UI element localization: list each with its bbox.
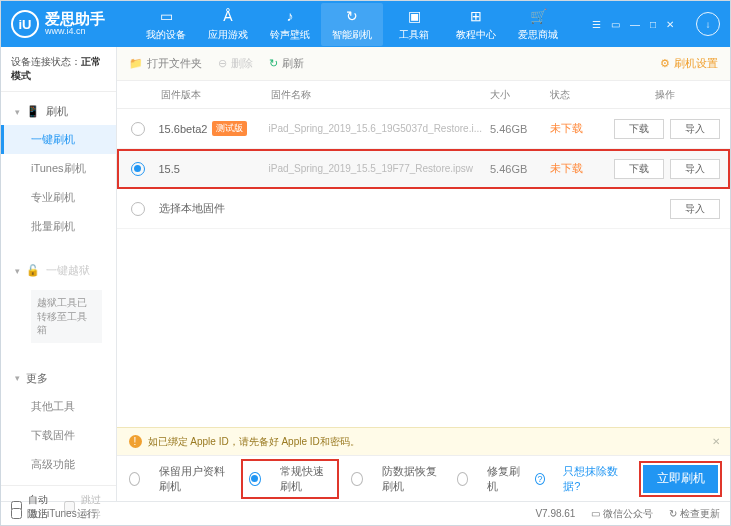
select-radio[interactable] xyxy=(131,162,145,176)
menu-icon[interactable]: ☰ xyxy=(592,19,601,30)
flash-now-button[interactable]: 立即刷机 xyxy=(643,465,718,493)
download-mgr-icon[interactable]: ↓ xyxy=(696,12,720,36)
import-button[interactable]: 导入 xyxy=(670,159,720,179)
maximize-icon[interactable]: □ xyxy=(650,19,656,30)
download-button[interactable]: 下载 xyxy=(614,119,664,139)
sidebar: 设备连接状态：正常模式 ▾📱刷机 一键刷机 iTunes刷机 专业刷机 批量刷机… xyxy=(1,47,117,501)
version-label: V7.98.61 xyxy=(535,508,575,519)
chevron-down-icon: ▾ xyxy=(15,107,20,117)
sidebar-item-other[interactable]: 其他工具 xyxy=(1,392,116,421)
apps-icon: Å xyxy=(219,7,237,25)
logo-icon: iU xyxy=(11,10,39,38)
firmware-list: 15.6beta2测试版 iPad_Spring_2019_15.6_19G50… xyxy=(117,109,731,427)
brand-name: 爱思助手 xyxy=(45,11,105,28)
folder-icon: 📁 xyxy=(129,57,143,70)
delete-icon: ⊖ xyxy=(218,57,227,70)
device-icon: ▭ xyxy=(157,7,175,25)
mode-keep-data[interactable]: 保留用户资料刷机 xyxy=(129,464,230,494)
radio-icon xyxy=(351,472,363,486)
titlebar: iU 爱思助手 www.i4.cn ▭我的设备 Å应用游戏 ♪铃声壁纸 ↻智能刷… xyxy=(1,1,730,47)
firmware-row[interactable]: 15.6beta2测试版 iPad_Spring_2019_15.6_19G50… xyxy=(117,109,731,149)
radio-icon xyxy=(457,472,468,486)
window-controls: ☰ ▭ — □ ✕ ↓ xyxy=(592,12,720,36)
toolbox-icon: ▣ xyxy=(405,7,423,25)
brand-site: www.i4.cn xyxy=(45,27,105,37)
delete-button: ⊖删除 xyxy=(218,56,253,71)
sidebar-head-flash[interactable]: ▾📱刷机 xyxy=(1,98,116,125)
sidebar-item-advanced[interactable]: 高级功能 xyxy=(1,450,116,479)
sidebar-head-more[interactable]: ▾更多 xyxy=(1,365,116,392)
nav-toolbox[interactable]: ▣工具箱 xyxy=(383,3,445,46)
cart-icon: 🛒 xyxy=(529,7,547,25)
select-radio[interactable] xyxy=(131,122,145,136)
flash-settings-button[interactable]: ⚙刷机设置 xyxy=(660,56,718,71)
mode-normal-fast[interactable]: 常规快速刷机 xyxy=(243,461,337,497)
jailbreak-note: 越狱工具已转移至工具箱 xyxy=(31,290,102,343)
firmware-row-local[interactable]: 选择本地固件 导入 xyxy=(117,189,731,229)
mode-bar: 保留用户资料刷机 常规快速刷机 防数据恢复刷机 修复刷机 ? 只想抹除数据? 立… xyxy=(117,455,731,501)
gear-icon: ⚙ xyxy=(660,57,670,70)
sidebar-item-oneclick[interactable]: 一键刷机 xyxy=(1,125,116,154)
connection-status: 设备连接状态：正常模式 xyxy=(1,47,116,92)
tutorial-icon: ⊞ xyxy=(467,7,485,25)
nav-my-device[interactable]: ▭我的设备 xyxy=(135,3,197,46)
close-icon[interactable]: ✕ xyxy=(666,19,674,30)
sidebar-item-batch[interactable]: 批量刷机 xyxy=(1,212,116,241)
info-icon[interactable]: ? xyxy=(535,473,545,485)
warning-bar: ! 如已绑定 Apple ID，请先备好 Apple ID和密码。 ✕ xyxy=(117,427,731,455)
top-nav: ▭我的设备 Å应用游戏 ♪铃声壁纸 ↻智能刷机 ▣工具箱 ⊞教程中心 🛒爱思商城 xyxy=(135,3,569,46)
radio-icon xyxy=(129,472,141,486)
close-warning-icon[interactable]: ✕ xyxy=(712,436,720,447)
wechat-link[interactable]: ▭ 微信公众号 xyxy=(591,507,653,521)
chevron-down-icon: ▾ xyxy=(15,266,20,276)
select-radio[interactable] xyxy=(131,202,145,216)
firmware-table-head: 固件版本 固件名称 大小 状态 操作 xyxy=(117,81,731,109)
nav-ringtone[interactable]: ♪铃声壁纸 xyxy=(259,3,321,46)
refresh-icon: ↻ xyxy=(269,57,278,70)
nav-mall[interactable]: 🛒爱思商城 xyxy=(507,3,569,46)
nav-flash[interactable]: ↻智能刷机 xyxy=(321,3,383,46)
radio-icon xyxy=(249,472,260,486)
sidebar-item-download-fw[interactable]: 下载固件 xyxy=(1,421,116,450)
refresh-button[interactable]: ↻刷新 xyxy=(269,56,304,71)
flash-icon: ↻ xyxy=(343,7,361,25)
music-icon: ♪ xyxy=(281,7,299,25)
import-button[interactable]: 导入 xyxy=(670,199,720,219)
firmware-row[interactable]: 15.5 iPad_Spring_2019_15.5_19F77_Restore… xyxy=(117,149,731,189)
nav-tutorial[interactable]: ⊞教程中心 xyxy=(445,3,507,46)
import-button[interactable]: 导入 xyxy=(670,119,720,139)
check-update-link[interactable]: ↻ 检查更新 xyxy=(669,507,720,521)
main-panel: 📁打开文件夹 ⊖删除 ↻刷新 ⚙刷机设置 固件版本 固件名称 大小 状态 操作 … xyxy=(117,47,731,501)
beta-tag: 测试版 xyxy=(212,121,247,136)
warning-icon: ! xyxy=(129,435,142,448)
chevron-down-icon: ▾ xyxy=(15,373,20,383)
sidebar-item-itunes[interactable]: iTunes刷机 xyxy=(1,154,116,183)
open-folder-button[interactable]: 📁打开文件夹 xyxy=(129,56,202,71)
minimize-icon[interactable]: — xyxy=(630,19,640,30)
sidebar-item-pro[interactable]: 专业刷机 xyxy=(1,183,116,212)
toolbar: 📁打开文件夹 ⊖删除 ↻刷新 ⚙刷机设置 xyxy=(117,47,731,81)
erase-only-link[interactable]: 只想抹除数据? xyxy=(563,464,623,494)
logo[interactable]: iU 爱思助手 www.i4.cn xyxy=(11,10,105,38)
block-itunes-checkbox[interactable]: 阻止iTunes运行 xyxy=(11,507,97,521)
sidebar-head-jailbreak[interactable]: ▾🔓一键越狱 xyxy=(1,257,116,284)
download-button[interactable]: 下载 xyxy=(614,159,664,179)
mode-repair[interactable]: 修复刷机 xyxy=(457,464,521,494)
mode-anti-recovery[interactable]: 防数据恢复刷机 xyxy=(351,464,442,494)
lang-icon[interactable]: ▭ xyxy=(611,19,620,30)
nav-apps[interactable]: Å应用游戏 xyxy=(197,3,259,46)
